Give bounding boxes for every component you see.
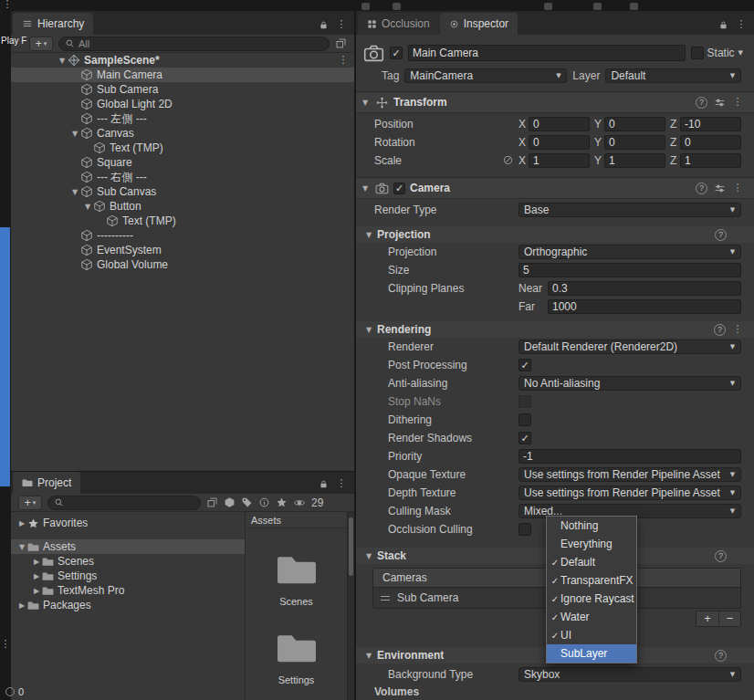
foldout-arrow-icon[interactable] [31, 558, 42, 566]
hierarchy-item[interactable]: Sub Canvas [11, 184, 354, 199]
presets-icon[interactable] [714, 183, 726, 194]
project-item-scenes[interactable]: Scenes [11, 554, 245, 569]
foldout-arrow-icon[interactable] [82, 203, 93, 211]
foldout-arrow-icon[interactable] [363, 231, 374, 239]
lock-icon[interactable] [718, 20, 728, 30]
search-toolbar-icon[interactable] [593, 3, 602, 10]
position-y-field[interactable]: 0 [604, 117, 665, 131]
project-item-packages[interactable]: Packages [11, 598, 245, 612]
scale-y-field[interactable]: 1 [604, 153, 665, 168]
hierarchy-item[interactable]: Button [11, 199, 354, 214]
create-menu-button[interactable] [29, 37, 53, 51]
toolbar-icon[interactable] [393, 3, 401, 10]
add-camera-button[interactable]: + [696, 611, 718, 626]
hierarchy-search-input[interactable]: All [58, 37, 330, 51]
remove-camera-button[interactable]: − [718, 611, 740, 626]
position-z-field[interactable]: -10 [680, 117, 741, 131]
help-icon[interactable] [715, 650, 727, 662]
popup-item-default[interactable]: ✓ Default [547, 553, 636, 571]
foldout-arrow-icon[interactable] [16, 519, 27, 528]
transform-header[interactable]: Transform [356, 91, 754, 113]
scale-x-field[interactable]: 1 [529, 153, 590, 168]
asset-tile-settings[interactable]: Settings [246, 627, 347, 685]
foldout-arrow-icon[interactable] [69, 130, 80, 138]
near-field[interactable]: 0.3 [548, 281, 741, 296]
position-x-field[interactable]: 0 [529, 117, 590, 131]
hierarchy-item[interactable]: --- 右側 --- [11, 170, 354, 184]
console-status[interactable]: 0 [5, 686, 24, 697]
rotation-y-field[interactable]: 0 [604, 135, 665, 150]
project-item-assets[interactable]: Assets [11, 539, 245, 554]
occlusion-culling-checkbox[interactable] [518, 523, 531, 536]
project-item-favorites[interactable]: Favorites [11, 516, 245, 530]
help-icon[interactable] [714, 324, 726, 336]
package-filter-icon[interactable] [224, 496, 236, 508]
layout-icon[interactable] [630, 3, 638, 10]
project-search-input[interactable] [47, 496, 201, 510]
foldout-arrow-icon[interactable] [31, 572, 42, 580]
opaque-texture-dropdown[interactable]: Use settings from Render Pipeline Asset [518, 467, 741, 482]
size-field[interactable]: 5 [518, 263, 741, 277]
popup-item-nothing[interactable]: Nothing [547, 517, 636, 535]
project-item-textmeshpro[interactable]: TextMesh Pro [11, 583, 245, 598]
background-type-dropdown[interactable]: Skybox [518, 667, 741, 682]
popup-item-everything[interactable]: Everything [547, 535, 636, 553]
hierarchy-item[interactable]: Text (TMP) [11, 141, 354, 155]
rotation-z-field[interactable]: 0 [680, 135, 741, 150]
hierarchy-item[interactable]: Main Camera [11, 68, 354, 82]
foldout-arrow-icon[interactable] [363, 326, 374, 334]
toolbar-kebab-icon[interactable] [2, 0, 13, 10]
hierarchy-item[interactable]: Text (TMP) [11, 214, 354, 228]
layer-dropdown[interactable]: Default [605, 68, 741, 83]
stop-nans-checkbox[interactable] [518, 395, 531, 408]
popup-item-water[interactable]: ✓ Water [547, 608, 636, 626]
active-checkbox[interactable] [390, 47, 403, 59]
hierarchy-item[interactable]: Global Light 2D [11, 97, 354, 111]
render-shadows-checkbox[interactable] [518, 432, 531, 444]
scene-menu-icon[interactable] [338, 55, 349, 66]
popup-item-sublayer[interactable]: SubLayer [547, 644, 636, 663]
render-type-dropdown[interactable]: Base [518, 203, 741, 217]
create-asset-button[interactable] [18, 496, 42, 510]
account-icon[interactable] [544, 3, 552, 10]
lock-icon[interactable] [319, 479, 329, 489]
anti-aliasing-dropdown[interactable]: No Anti-aliasing [518, 376, 741, 391]
hidden-count-icon[interactable] [258, 496, 270, 508]
scale-z-field[interactable]: 1 [680, 153, 741, 168]
foldout-arrow-icon[interactable] [360, 184, 371, 193]
hierarchy-item[interactable]: ---------- [11, 228, 354, 243]
rendering-foldout[interactable]: Rendering [356, 321, 754, 338]
assets-scrollbar[interactable] [347, 512, 354, 700]
far-field[interactable]: 1000 [548, 299, 741, 314]
component-enabled-checkbox[interactable] [393, 183, 405, 194]
tag-dropdown[interactable]: MainCamera [404, 68, 567, 83]
label-filter-icon[interactable] [241, 496, 253, 508]
tab-project[interactable]: Project [13, 472, 80, 494]
popup-item-ignore-raycast[interactable]: ✓ Ignore Raycast [547, 590, 636, 608]
pick-object-icon[interactable] [335, 37, 347, 49]
foldout-arrow-icon[interactable] [363, 652, 374, 660]
volumes-row[interactable]: Volumes [356, 684, 754, 700]
help-icon[interactable] [715, 229, 727, 241]
hierarchy-item[interactable]: Global Volume [11, 257, 354, 272]
play-focused-label[interactable]: Play F [1, 36, 26, 46]
hierarchy-item[interactable]: Canvas [11, 126, 354, 141]
gameobject-name-field[interactable]: Main Camera [408, 45, 686, 61]
hierarchy-item[interactable]: --- 左側 --- [11, 111, 354, 126]
presets-icon[interactable] [714, 97, 726, 109]
search-by-type-icon[interactable] [206, 496, 218, 508]
post-processing-checkbox[interactable] [518, 359, 531, 371]
projection-dropdown[interactable]: Orthographic [518, 245, 741, 259]
hierarchy-item[interactable]: Square [11, 155, 354, 170]
static-dropdown-icon[interactable] [738, 49, 743, 57]
edge-kebab-icon[interactable] [0, 639, 11, 650]
panel-menu-icon[interactable] [736, 19, 747, 30]
foldout-arrow-icon[interactable] [360, 99, 371, 107]
popup-item-ui[interactable]: ✓ UI [547, 626, 636, 644]
foldout-arrow-icon[interactable] [16, 601, 27, 610]
favorites-filter-icon[interactable] [276, 496, 288, 508]
priority-field[interactable]: -1 [518, 449, 741, 464]
foldout-arrow-icon[interactable] [16, 543, 27, 551]
help-icon[interactable] [715, 550, 727, 562]
panel-menu-icon[interactable] [336, 19, 347, 30]
